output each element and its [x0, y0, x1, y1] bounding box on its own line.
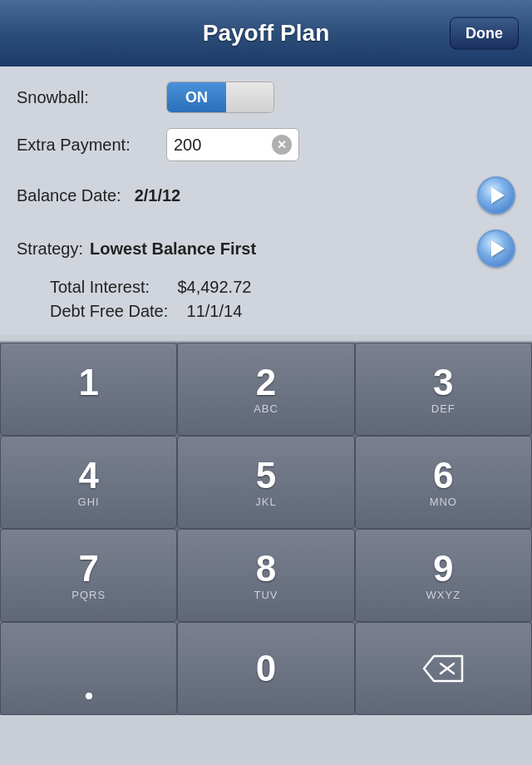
snowball-row: Snowball: ON [17, 81, 515, 113]
strategy-value: Lowest Balance First [90, 239, 477, 259]
debt-free-date-value: 11/1/14 [187, 302, 243, 320]
page-title: Payoff Plan [203, 20, 329, 47]
svg-marker-0 [424, 656, 462, 681]
zero-label: 0 [256, 650, 276, 687]
debt-free-date-label: Debt Free Date: [50, 302, 168, 320]
toggle-on-label[interactable]: ON [167, 82, 226, 112]
header: Payoff Plan Done [0, 0, 532, 67]
snowball-label: Snowball: [17, 88, 166, 107]
total-interest-label: Total Interest: [50, 278, 150, 296]
snowball-toggle[interactable]: ON [166, 81, 274, 113]
key-5[interactable]: 5 JKL [177, 436, 354, 529]
total-interest-value: $4,492.72 [177, 278, 251, 296]
key-backspace[interactable] [355, 622, 532, 715]
key-4[interactable]: 4 GHI [0, 436, 177, 529]
total-interest-row: Total Interest: $4,492.72 [17, 278, 515, 297]
done-button[interactable]: Done [450, 17, 519, 50]
keyboard-row-2: 4 GHI 5 JKL 6 MNO [0, 436, 532, 529]
key-8[interactable]: 8 TUV [177, 529, 354, 622]
key-3[interactable]: 3 DEF [355, 343, 532, 436]
extra-payment-input[interactable] [174, 136, 272, 155]
strategy-label: Strategy: [17, 239, 83, 259]
key-7[interactable]: 7 PQRS [0, 529, 177, 622]
debt-free-date-row: Debt Free Date: 11/1/14 [17, 302, 515, 321]
key-6[interactable]: 6 MNO [355, 436, 532, 529]
balance-date-label: Balance Date: [17, 186, 121, 205]
period-dot-icon [86, 693, 92, 699]
toggle-off-area[interactable] [226, 82, 273, 112]
play-icon-2 [491, 240, 505, 257]
extra-payment-field-wrap: ✕ [166, 128, 299, 161]
key-1[interactable]: 1 [0, 343, 177, 436]
balance-date-play-button[interactable] [477, 176, 515, 215]
strategy-row: Strategy: Lowest Balance First [17, 230, 515, 268]
keyboard: 1 2 ABC 3 DEF 4 GHI 5 JKL 6 MNO 7 PQRS [0, 343, 532, 715]
keyboard-row-bottom: 0 [0, 622, 532, 715]
clear-button[interactable]: ✕ [272, 135, 292, 155]
keyboard-row-3: 7 PQRS 8 TUV 9 WXYZ [0, 529, 532, 622]
key-9[interactable]: 9 WXYZ [355, 529, 532, 622]
key-period[interactable] [0, 622, 177, 715]
key-0[interactable]: 0 [177, 622, 354, 715]
extra-payment-label: Extra Payment: [17, 136, 166, 155]
balance-date-value: 2/1/12 [135, 186, 477, 205]
play-icon [491, 187, 505, 204]
keyboard-row-1: 1 2 ABC 3 DEF [0, 343, 532, 436]
key-2[interactable]: 2 ABC [177, 343, 354, 436]
extra-payment-row: Extra Payment: ✕ [17, 128, 515, 161]
backspace-icon [422, 654, 464, 683]
balance-date-row: Balance Date: 2/1/12 [17, 176, 515, 215]
strategy-play-button[interactable] [477, 230, 515, 268]
content-area: Snowball: ON Extra Payment: ✕ Balance Da… [0, 67, 532, 334]
